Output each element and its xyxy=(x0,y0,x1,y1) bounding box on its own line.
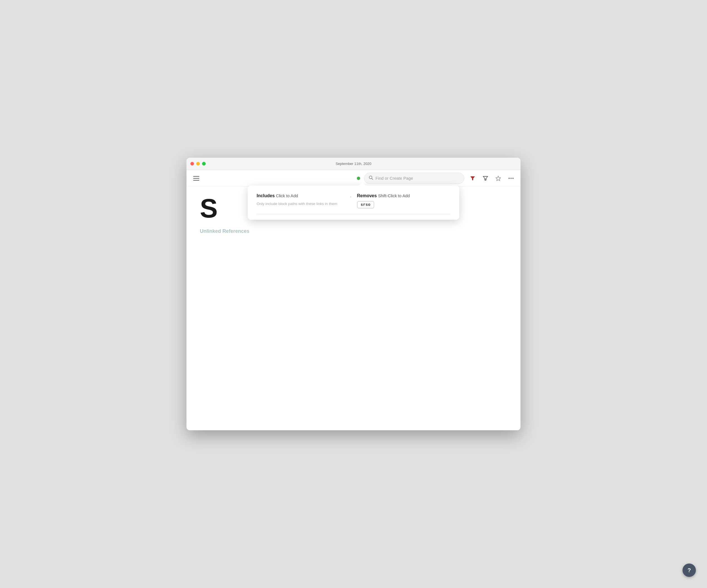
toolbar: Find or Create Page xyxy=(187,170,520,187)
filter-button[interactable] xyxy=(468,174,477,183)
removes-column: Removes Shift-Click to Add srso xyxy=(357,193,451,208)
hamburger-icon xyxy=(193,176,199,177)
traffic-lights xyxy=(191,162,206,166)
svg-point-7 xyxy=(510,178,512,179)
more-button[interactable] xyxy=(507,176,515,181)
refine-button[interactable] xyxy=(481,174,490,183)
includes-description: Only include block paths with these link… xyxy=(257,201,350,207)
help-button[interactable]: ? xyxy=(682,563,696,577)
svg-marker-2 xyxy=(470,176,475,180)
svg-point-8 xyxy=(512,178,513,179)
removes-action-hint: Shift-Click to Add xyxy=(378,193,410,198)
search-placeholder: Find or Create Page xyxy=(375,176,413,181)
hamburger-icon xyxy=(193,178,199,179)
svg-point-6 xyxy=(509,178,510,179)
popup-divider xyxy=(257,214,450,214)
close-button[interactable] xyxy=(191,162,194,166)
hamburger-icon xyxy=(193,180,199,181)
unlinked-references-label: Unlinked References xyxy=(200,228,507,234)
includes-action-hint: Click to Add xyxy=(276,193,298,198)
filter-popup: Includes Click to Add Only include block… xyxy=(248,186,459,220)
svg-marker-3 xyxy=(483,176,488,180)
dot-separator: · xyxy=(350,193,357,208)
search-bar[interactable]: Find or Create Page xyxy=(364,173,464,184)
menu-button[interactable] xyxy=(192,174,201,182)
maximize-button[interactable] xyxy=(202,162,206,166)
svg-marker-5 xyxy=(496,176,501,181)
minimize-button[interactable] xyxy=(196,162,200,166)
svg-line-1 xyxy=(372,178,373,179)
search-icon xyxy=(369,176,373,181)
titlebar: September 11th, 2020 xyxy=(187,158,520,170)
includes-column: Includes Click to Add Only include block… xyxy=(257,193,350,208)
star-button[interactable] xyxy=(494,174,503,183)
main-content: S Unlinked References xyxy=(187,187,520,430)
help-icon: ? xyxy=(687,567,691,574)
window-title: September 11th, 2020 xyxy=(336,161,372,166)
removes-title: Removes Shift-Click to Add xyxy=(357,193,451,198)
filter-popup-content: Includes Click to Add Only include block… xyxy=(257,193,450,208)
filter-tag[interactable]: srso xyxy=(357,201,374,208)
includes-title: Includes Click to Add xyxy=(257,193,350,198)
app-window: September 11th, 2020 Find or Create Page xyxy=(187,158,520,430)
status-indicator xyxy=(357,177,360,180)
